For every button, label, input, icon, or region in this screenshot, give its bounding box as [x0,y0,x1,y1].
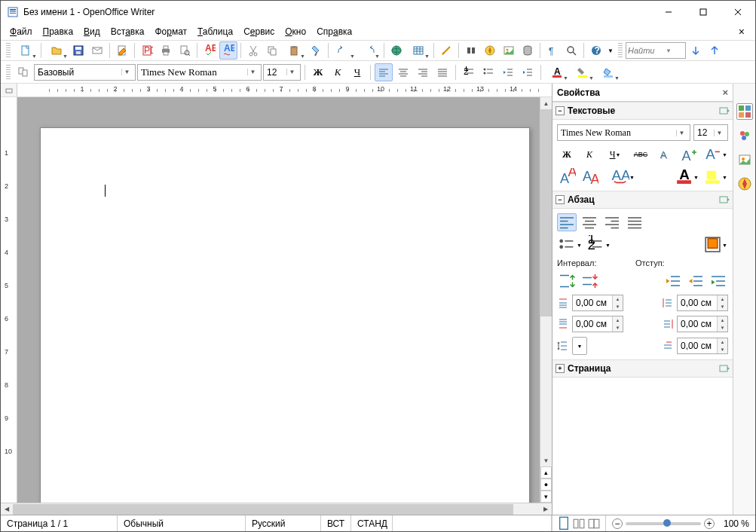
find-toolbar-input[interactable]: ▼ [626,42,686,59]
sidebar-shadow-button[interactable]: A [653,145,673,164]
sidebar-strikethrough-button[interactable]: ABC [631,145,650,164]
status-insert-mode[interactable]: ВСТ [321,515,351,531]
paste-button[interactable]: ▼ [282,41,306,60]
sidebar-font-size-combo[interactable]: 12▼ [693,124,728,141]
zoom-button[interactable] [562,41,580,60]
sidebar-section-page[interactable]: + Страница [552,359,733,378]
sidebar-align-center-button[interactable] [580,213,599,231]
sidebar-increase-font-button[interactable]: A [680,145,699,164]
menu-tools[interactable]: Сервис [239,25,279,38]
decrease-indent-sb-button[interactable] [686,272,705,290]
prev-page-button[interactable]: ▴ [540,466,552,478]
zoom-slider[interactable] [626,522,701,525]
font-name-combo[interactable]: Times New Roman▼ [137,64,262,81]
zoom-out-button[interactable]: − [612,518,623,529]
nonprinting-chars-button[interactable]: ¶ [543,41,562,60]
copy-button[interactable] [263,41,281,60]
vertical-ruler[interactable]: 12345678910 [1,97,17,503]
zoom-in-button[interactable]: + [704,518,715,529]
sidebar-numbering-button[interactable]: 12 ▼ [586,236,611,254]
open-button[interactable]: ▼ [44,41,69,60]
expand-icon[interactable]: + [556,364,565,373]
sidebar-underline-button[interactable]: Ч ▼ [602,145,628,164]
save-button[interactable] [69,41,87,60]
decrease-spacing-button[interactable] [580,272,599,290]
new-button[interactable]: ▼ [14,41,38,60]
edit-file-button[interactable] [113,41,131,60]
find-replace-button[interactable] [462,41,480,60]
single-page-view-button[interactable] [557,518,571,530]
zoom-percent[interactable]: 100 % [718,518,749,529]
find-input[interactable] [628,46,666,55]
status-language[interactable]: Русский [246,515,321,531]
status-selection-mode[interactable]: СТАНД [351,515,393,531]
spellcheck-button[interactable]: ABC [200,41,219,60]
background-color-button[interactable]: ▼ [596,63,620,81]
indent-right-spinner[interactable]: 0,00 см▲▼ [677,316,728,332]
redo-button[interactable]: ▼ [357,41,381,60]
justify-button[interactable] [433,63,451,81]
minimize-button[interactable] [651,1,686,23]
sidebar-bullets-button[interactable]: ▼ [557,236,583,254]
email-button[interactable] [88,41,106,60]
book-view-button[interactable] [587,518,601,530]
increase-indent-sb-button[interactable] [663,272,683,290]
increase-spacing-button[interactable] [557,272,577,290]
bullets-button[interactable] [479,63,497,81]
toolbar-grip[interactable] [6,43,11,58]
sidebar-superscript-button[interactable]: AA [557,168,577,186]
sidebar-justify-button[interactable] [625,213,644,231]
styles-button[interactable] [14,63,32,81]
status-style[interactable]: Обычный [118,515,246,531]
hyperlink-button[interactable] [387,41,406,60]
horizontal-scrollbar[interactable]: ◀▶ [1,503,552,515]
indent-left-spinner[interactable]: 0,00 см▲▼ [677,295,728,311]
sidebar-bold-button[interactable]: Ж [557,145,577,164]
collapse-icon[interactable]: − [556,195,565,204]
menu-file[interactable]: Файл [5,25,37,38]
align-center-button[interactable] [394,63,412,81]
toolbar-grip-2[interactable] [618,43,623,58]
status-page[interactable]: Страница 1 / 1 [1,515,118,531]
navigation-button[interactable]: ● [540,478,552,491]
decrease-indent-button[interactable] [499,63,517,81]
sidebar-tab-navigator[interactable] [736,176,753,192]
print-preview-button[interactable] [176,41,194,60]
space-above-spinner[interactable]: 0,00 см▲▼ [572,295,623,311]
menu-insert[interactable]: Вставка [106,25,149,38]
menu-window[interactable]: Окно [280,25,311,38]
highlight-button[interactable]: ▼ [571,63,595,81]
sidebar-tab-styles[interactable] [736,127,753,144]
horizontal-ruler[interactable]: 1234567891011121314 [1,84,552,97]
page[interactable] [40,127,530,503]
sidebar-italic-button[interactable]: К [580,145,599,164]
sidebar-subscript-button[interactable]: AA [580,168,599,186]
multi-page-view-button[interactable] [572,518,586,530]
export-pdf-button[interactable]: PDF [138,41,156,60]
next-page-button[interactable]: ▾ [540,491,552,503]
font-color-button[interactable]: A▼ [545,63,569,81]
document-canvas[interactable] [17,97,540,503]
sidebar-section-text[interactable]: − Текстовые [552,102,733,120]
navigator-button[interactable] [481,41,499,60]
table-button[interactable]: ▼ [406,41,430,60]
collapse-icon[interactable]: − [556,106,565,115]
show-draw-functions-button[interactable] [437,41,455,60]
vertical-scrollbar[interactable]: ▲ ▼ ▴ ● ▾ [540,97,552,503]
format-paintbrush-button[interactable] [307,41,325,60]
gallery-button[interactable] [500,41,518,60]
sidebar-align-right-button[interactable] [602,213,622,231]
toolbar-more-button[interactable]: ▼ [606,41,615,60]
sidebar-section-paragraph[interactable]: − Абзац [552,191,733,209]
sidebar-decrease-font-button[interactable]: A ▼ [702,145,728,164]
sidebar-font-combo[interactable]: Times New Roman▼ [557,124,690,141]
toolbar-grip-3[interactable] [6,65,11,80]
sidebar-char-spacing-button[interactable]: AA ▼ [610,168,635,186]
menu-table[interactable]: Таблица [193,25,237,38]
sidebar-tab-gallery[interactable] [736,151,753,168]
align-left-button[interactable] [375,63,393,81]
numbering-button[interactable]: 12 [460,63,478,81]
undo-button[interactable]: ▼ [332,41,356,60]
menu-format[interactable]: Формат [150,25,191,38]
data-sources-button[interactable] [519,41,537,60]
